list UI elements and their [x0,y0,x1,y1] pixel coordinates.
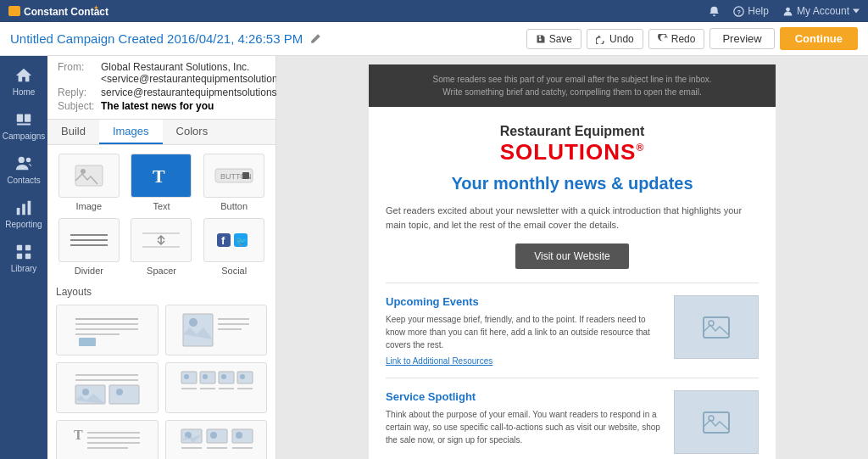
svg-rect-16 [17,254,22,259]
svg-rect-47 [109,385,139,404]
brand-main: SOLUTIONS® [386,139,759,165]
preview-button[interactable]: Preview [709,28,774,49]
preview-section-2: Service Spotlight Think about the purpos… [386,390,759,454]
svg-rect-55 [237,372,253,383]
block-text-label: Text [153,201,170,211]
svg-text:f: f [221,234,225,247]
preview-section-1-text: Upcoming Events Keep your message brief,… [386,295,664,366]
block-image-label: Image [76,201,103,211]
layout-single-text[interactable] [56,305,159,355]
svg-rect-70 [232,429,253,443]
svg-rect-11 [17,208,20,215]
svg-point-54 [221,374,226,379]
bell-icon[interactable] [709,6,720,17]
svg-rect-68 [207,429,227,443]
block-text[interactable]: T Text [129,154,195,211]
block-image-icon [58,154,120,198]
layouts-grid: T [56,305,267,459]
preview-section-2-text: Service Spotlight Think about the purpos… [386,390,664,454]
block-spacer[interactable]: Spacer [129,218,195,276]
tab-build[interactable]: Build [47,120,99,144]
svg-rect-51 [200,372,215,383]
svg-point-46 [82,389,89,395]
svg-text:✦: ✦ [93,4,99,12]
preview-headline: Your monthly news & updates [386,174,759,193]
svg-point-19 [81,169,86,174]
layout-four-col[interactable] [165,362,268,413]
preview-preheader: Some readers see this part of your email… [369,64,776,107]
tab-colors[interactable]: Colors [163,120,222,144]
block-text-icon: T [131,154,192,198]
header-actions: Save Undo Redo Preview Continue [526,27,858,50]
section1-body: Keep your message brief, friendly, and t… [386,313,664,351]
sidebar-item-library[interactable]: Library [0,236,47,280]
blocks-panel: Image T Text BUTTON [47,145,275,459]
subject-value: The latest news for you [101,100,214,112]
edit-icon[interactable] [309,33,321,45]
preview-intro: Get readers excited about your newslette… [386,204,759,232]
sidebar-item-campaigns[interactable]: Campaigns [0,104,47,148]
preview-divider [386,283,759,283]
section2-body: Think about the purpose of your email. Y… [386,408,664,446]
svg-point-69 [210,432,217,439]
email-preview: Some readers see this part of your email… [369,64,776,459]
svg-rect-49 [181,372,197,383]
block-button[interactable]: BUTTON Button [201,154,267,211]
preview-section-2-image [674,390,759,454]
svg-rect-7 [25,115,31,122]
from-label: From: [58,61,96,85]
topbar: Constant Contact ✦ ? Help My Account [0,0,868,22]
svg-point-52 [203,374,208,379]
preview-cta: Visit our Website [386,243,759,269]
block-image[interactable]: Image [56,154,122,211]
account-button[interactable]: My Account [782,5,860,17]
svg-rect-15 [25,245,31,250]
block-divider[interactable]: Divider [56,218,122,276]
section1-link[interactable]: Link to Additional Resources [386,356,664,366]
layouts-title: Layouts [56,286,267,298]
cta-button[interactable]: Visit our Website [515,243,629,269]
block-button-label: Button [220,201,248,211]
preview-section-1-image [674,295,759,359]
sidebar-item-home[interactable]: Home [0,59,47,104]
layout-text-icon[interactable]: T [56,420,159,459]
svg-rect-6 [17,115,23,122]
tab-images[interactable]: Images [99,120,163,144]
continue-button[interactable]: Continue [780,27,858,50]
block-divider-icon [58,218,120,262]
svg-point-50 [184,374,189,379]
subject-label: Subject: [58,100,96,112]
svg-point-56 [240,374,245,379]
svg-rect-53 [219,372,234,383]
svg-rect-8 [17,124,31,126]
brand-logo: Restaurant Equipment SOLUTIONS® [386,124,759,165]
svg-point-48 [116,389,123,395]
svg-rect-18 [75,165,103,186]
help-button[interactable]: ? Help [733,5,769,17]
redo-button[interactable]: Redo [648,29,705,49]
section1-title: Upcoming Events [386,295,664,308]
svg-rect-37 [79,338,96,346]
block-button-icon: BUTTON [203,154,264,198]
block-social-label: Social [221,266,247,276]
undo-button[interactable]: Undo [587,29,643,49]
svg-rect-13 [28,201,31,216]
svg-text:🐦: 🐦 [236,235,248,247]
layout-image-text[interactable] [56,362,159,413]
block-social[interactable]: f 🐦 Social [201,218,267,276]
reply-value: service@restaurantequipmentsolutions.com [101,87,299,98]
sidebar-item-reporting[interactable]: Reporting [0,192,47,236]
sidebar-item-contacts[interactable]: Contacts [0,148,47,192]
layout-two-col-image[interactable] [165,305,268,355]
save-button[interactable]: Save [526,29,581,49]
layout-three-col[interactable] [165,420,268,459]
block-spacer-icon [131,218,192,262]
svg-text:?: ? [737,8,742,15]
svg-text:T: T [153,165,165,187]
svg-point-71 [236,432,242,439]
svg-point-39 [189,318,198,327]
email-info: From: Global Restaurant Solutions, Inc.<… [47,56,275,120]
svg-rect-14 [17,245,22,250]
svg-point-5 [786,7,790,11]
svg-rect-0 [8,6,20,16]
